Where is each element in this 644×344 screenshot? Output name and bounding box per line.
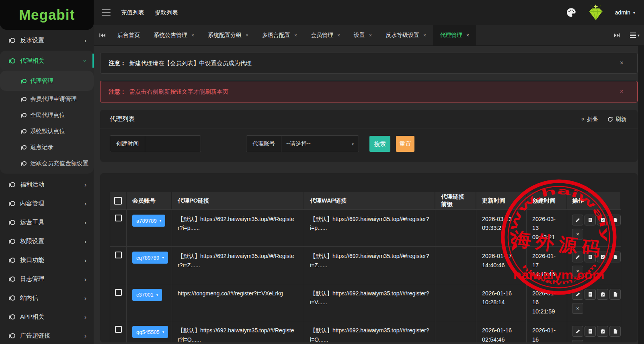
pencil-icon <box>575 254 580 260</box>
create-time-input[interactable] <box>145 136 201 152</box>
tab-announcements[interactable]: 系统公告管理× <box>147 25 201 45</box>
pencil-icon <box>575 329 580 334</box>
caret-down-icon: ▾ <box>352 142 354 146</box>
tab-members[interactable]: 会员管理× <box>304 25 347 45</box>
agent-table-panel: 会员账号 代理PC链接 代理WAP链接 代理链接前缀 更新时间 创建时间 操作 … <box>100 173 638 342</box>
agent-account-select[interactable]: --请选择-- ▾ <box>281 136 359 152</box>
file-icon <box>613 292 618 297</box>
select-all-checkbox[interactable] <box>114 197 122 205</box>
sidebar-item-app[interactable]: APP相关 › <box>0 307 94 326</box>
collapse-button[interactable]: » 折叠 <box>582 116 598 123</box>
sidebar-subitem-agent-apply[interactable]: 会员代理申请管理 <box>0 91 94 107</box>
tab-options-icon[interactable]: ▾ <box>626 25 644 45</box>
chevron-right-icon: › <box>84 332 86 339</box>
file-icon <box>613 217 618 223</box>
sidebar-item-rebate-settings[interactable]: 反水设置 › <box>0 31 94 49</box>
audit-button[interactable] <box>597 252 608 262</box>
member-account-button[interactable]: a789789▾ <box>132 215 165 227</box>
agent-link-prefix <box>435 210 476 246</box>
edit-button[interactable] <box>572 252 583 262</box>
report-button[interactable] <box>609 289 621 300</box>
edit-button[interactable] <box>572 289 583 300</box>
close-icon[interactable]: × <box>466 33 469 38</box>
row-checkbox[interactable] <box>115 215 122 221</box>
audit-button[interactable] <box>597 215 608 225</box>
tab-config-groups[interactable]: 系统配置分组× <box>201 25 255 45</box>
close-icon[interactable]: × <box>191 33 194 38</box>
tab-agent-manage[interactable]: 代理管理× <box>433 25 476 45</box>
close-icon[interactable]: × <box>246 33 248 38</box>
col-updated-time: 更新时间 <box>476 192 527 209</box>
report-button[interactable] <box>609 215 621 225</box>
sidebar-item-api[interactable]: 接口功能 › <box>0 251 94 270</box>
sidebar-item-welfare[interactable]: 福利活动 › <box>0 175 94 194</box>
sidebar-item-operation-tools[interactable]: 运营工具 › <box>0 213 94 232</box>
member-account-button[interactable]: qq545505▾ <box>132 326 168 338</box>
search-button[interactable]: 搜索 <box>369 136 390 152</box>
skip-to-last-tab-icon[interactable] <box>609 25 626 45</box>
audit-button[interactable] <box>597 289 608 300</box>
close-icon[interactable]: × <box>620 88 623 95</box>
sidebar-item-content[interactable]: 内容管理 › <box>0 194 94 213</box>
tab-rebate-levels[interactable]: 反水等级设置× <box>379 25 433 45</box>
sidebar-subitem-agent-manage[interactable]: 代理管理 <box>0 71 94 91</box>
refresh-button[interactable]: 刷新 <box>607 116 626 123</box>
scrollbar-track[interactable] <box>638 46 644 344</box>
delete-button[interactable]: × <box>572 340 583 342</box>
sidebar-item-logs[interactable]: 日志管理 › <box>0 270 94 289</box>
close-icon[interactable]: × <box>337 33 340 38</box>
circle-icon <box>10 258 15 263</box>
report-button[interactable] <box>609 326 621 337</box>
chevron-right-icon: › <box>84 219 86 226</box>
tab-settings[interactable]: 设置× <box>347 25 379 45</box>
row-checkbox[interactable] <box>115 289 122 296</box>
sidebar-item-agent-related[interactable]: 代理相关 › <box>0 51 94 71</box>
member-account-button[interactable]: c37001▾ <box>132 289 162 301</box>
report-button[interactable] <box>609 252 621 262</box>
tab-dashboard[interactable]: 后台首页 <box>111 25 147 45</box>
member-account-button[interactable]: cq789789▾ <box>132 252 168 264</box>
subitem-label: 返点记录 <box>30 143 53 151</box>
sidebar-item-ad-links[interactable]: 广告超链接 › <box>0 326 94 344</box>
sidebar-subitem-default-points[interactable]: 系统默认点位 <box>0 123 94 139</box>
hamburger-menu-icon[interactable] <box>102 9 111 16</box>
chevron-right-icon: › <box>84 313 86 320</box>
reset-button[interactable]: 重置 <box>396 136 414 152</box>
close-icon[interactable]: × <box>369 33 372 38</box>
topnav-withdraw-list[interactable]: 提款列表 <box>155 9 178 16</box>
tab-multilanguage[interactable]: 多语言配置× <box>255 25 304 45</box>
sidebar-item-messages[interactable]: 站内信 › <box>0 289 94 307</box>
row-checkbox[interactable] <box>115 252 122 258</box>
edit-button[interactable] <box>572 326 583 337</box>
sidebar-subitem-active-member-recharge[interactable]: 活跃会员充值金额设置 <box>0 155 94 171</box>
sidebar-subitem-rebate-records[interactable]: 返点记录 <box>0 139 94 155</box>
detail-button[interactable] <box>585 326 596 337</box>
user-menu[interactable]: admin ▾ <box>615 9 635 16</box>
skip-to-first-tab-icon[interactable] <box>94 25 111 45</box>
delete-button[interactable]: × <box>572 229 583 240</box>
delete-button[interactable]: × <box>572 303 583 314</box>
detail-button[interactable] <box>585 215 596 225</box>
app-window: Megabit 反水设置 › 代理相关 › 代理管理 会员 <box>0 0 644 344</box>
topbar: 充值列表 提款列表 admin ▾ <box>94 0 644 25</box>
delete-button[interactable]: × <box>572 266 583 276</box>
list-icon <box>630 33 636 38</box>
detail-button[interactable] <box>585 289 596 300</box>
audit-button[interactable] <box>597 326 608 337</box>
clipboard-check-icon <box>600 254 605 260</box>
document-icon <box>588 217 593 223</box>
subitem-label: 代理管理 <box>30 77 53 85</box>
row-checkbox[interactable] <box>115 326 122 333</box>
edit-button[interactable] <box>572 215 583 225</box>
close-icon[interactable]: × <box>294 33 297 38</box>
detail-button[interactable] <box>585 252 596 262</box>
close-icon[interactable]: × <box>423 33 426 38</box>
sidebar-item-permissions[interactable]: 权限设置 › <box>0 232 94 251</box>
theme-palette-icon[interactable] <box>566 7 576 18</box>
sidebar-subitem-public-agent-points[interactable]: 全民代理点位 <box>0 107 94 123</box>
notice-info: 注意： 新建代理请在【会员列表】中设置会员成为代理 × <box>100 53 638 74</box>
topnav-recharge-list[interactable]: 充值列表 <box>121 9 144 16</box>
gem-avatar-icon[interactable] <box>587 4 605 21</box>
sidebar-item-label: 运营工具 <box>20 219 44 226</box>
close-icon[interactable]: × <box>620 59 623 67</box>
